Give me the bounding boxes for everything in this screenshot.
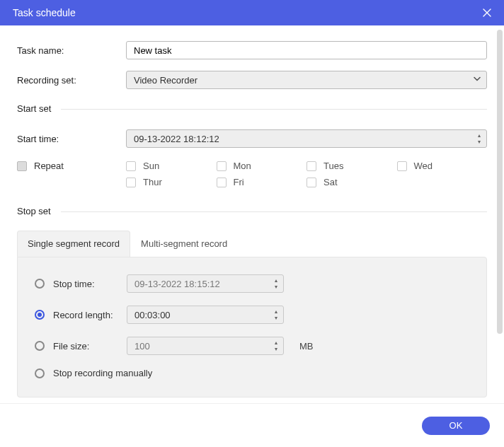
stop-panel: Stop time: 09-13-2022 18:15:12 ▴▾ Record… — [17, 257, 487, 397]
file-size-label: File size: — [53, 341, 127, 352]
close-icon[interactable] — [480, 6, 494, 20]
file-size-value: 100 — [134, 341, 150, 352]
day-fri-checkbox[interactable] — [217, 178, 227, 187]
stop-time-row: Stop time: 09-13-2022 18:15:12 ▴▾ — [35, 274, 469, 293]
file-size-field[interactable]: 100 ▴▾ — [127, 337, 284, 355]
tabs: Single segment record Multi-segment reco… — [17, 231, 487, 257]
day-label: Thur — [143, 177, 162, 187]
recording-set-row: Recording set: Video Recorder — [17, 71, 487, 89]
start-time-row: Start time: 09-13-2022 18:12:12 ▴ ▾ — [17, 129, 487, 148]
tab-single-segment[interactable]: Single segment record — [17, 231, 130, 257]
spin-down-icon[interactable]: ▾ — [271, 284, 281, 290]
file-size-row: File size: 100 ▴▾ MB — [35, 337, 469, 355]
recording-set-label: Recording set: — [17, 75, 126, 86]
stop-time-radio[interactable] — [35, 279, 45, 289]
scrollbar-thumb[interactable] — [497, 30, 503, 334]
stop-time-value: 09-13-2022 18:15:12 — [134, 279, 220, 289]
content-area: Task name: Recording set: Video Recorder… — [0, 25, 504, 403]
footer: OK — [0, 403, 504, 447]
stop-time-label: Stop time: — [53, 279, 127, 289]
record-length-value: 00:03:00 — [134, 310, 171, 320]
tab-multi-segment[interactable]: Multi-segment record — [130, 231, 238, 257]
recording-set-select[interactable]: Video Recorder — [126, 71, 487, 89]
day-label: Fri — [234, 177, 244, 187]
start-time-label: Start time: — [17, 134, 126, 144]
task-name-row: Task name: — [17, 41, 487, 59]
repeat-row: Repeat Sun Mon Tues Wed Thur Fri Sat — [17, 161, 487, 187]
window-title: Task schedule — [13, 7, 76, 18]
day-label: Mon — [234, 161, 251, 171]
repeat-checkbox[interactable] — [17, 161, 27, 171]
spin-up-icon[interactable]: ▴ — [271, 309, 281, 315]
start-set-title: Start set — [17, 103, 487, 114]
days-grid: Sun Mon Tues Wed Thur Fri Sat — [126, 161, 487, 187]
spin-up-icon[interactable]: ▴ — [474, 133, 484, 139]
manual-radio[interactable] — [35, 368, 45, 378]
task-name-label: Task name: — [17, 45, 126, 56]
scrollbar-track[interactable] — [497, 30, 503, 369]
recording-set-value: Video Recorder — [134, 75, 197, 86]
titlebar: Task schedule — [0, 0, 504, 25]
stop-time-field[interactable]: 09-13-2022 18:15:12 ▴▾ — [127, 274, 284, 293]
record-length-radio[interactable] — [35, 310, 45, 320]
day-label: Tues — [323, 161, 343, 171]
start-time-value: 09-13-2022 18:12:12 — [134, 134, 219, 144]
task-name-input[interactable] — [126, 41, 487, 59]
stop-set-title: Stop set — [17, 206, 487, 216]
manual-row: Stop recording manually — [35, 368, 469, 378]
day-sat-checkbox[interactable] — [307, 178, 316, 187]
ok-button[interactable]: OK — [422, 417, 490, 435]
manual-label: Stop recording manually — [53, 368, 152, 378]
spin-up-icon[interactable]: ▴ — [271, 278, 281, 284]
start-time-field[interactable]: 09-13-2022 18:12:12 ▴ ▾ — [126, 129, 487, 148]
day-thur-checkbox[interactable] — [126, 178, 136, 187]
day-wed-checkbox[interactable] — [397, 161, 407, 171]
spin-up-icon[interactable]: ▴ — [271, 340, 281, 346]
spin-down-icon[interactable]: ▾ — [271, 347, 281, 352]
spin-down-icon[interactable]: ▾ — [474, 139, 484, 145]
record-length-field[interactable]: 00:03:00 ▴▾ — [127, 306, 284, 324]
chevron-down-icon — [473, 75, 481, 86]
repeat-label: Repeat — [34, 161, 64, 171]
record-length-label: Record length: — [53, 310, 127, 320]
day-label: Sat — [323, 177, 338, 187]
day-tues-checkbox[interactable] — [307, 161, 316, 171]
day-sun-checkbox[interactable] — [126, 161, 136, 171]
record-length-row: Record length: 00:03:00 ▴▾ — [35, 306, 469, 324]
file-size-unit: MB — [299, 341, 314, 352]
day-mon-checkbox[interactable] — [217, 161, 227, 171]
day-label: Wed — [414, 161, 433, 171]
file-size-radio[interactable] — [35, 341, 45, 351]
day-label: Sun — [143, 161, 159, 171]
spin-down-icon[interactable]: ▾ — [271, 315, 281, 321]
